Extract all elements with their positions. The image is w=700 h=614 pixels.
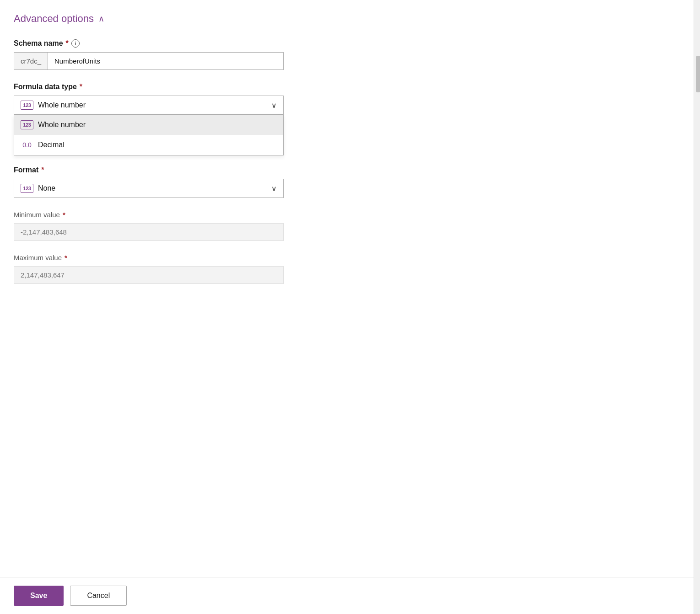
maximum-value-label: Maximum value * (14, 254, 682, 262)
schema-name-input[interactable] (48, 53, 283, 69)
schema-name-label: Schema name * i (14, 39, 682, 48)
advanced-options-title: Advanced options (14, 13, 94, 25)
format-dropdown[interactable]: 123 None ∨ (14, 179, 284, 198)
formula-data-type-section: Formula data type * 123 Whole number ∨ 1… (14, 83, 682, 115)
dropdown-item-whole-number[interactable]: 123 Whole number (14, 115, 283, 135)
format-icon: 123 (21, 184, 33, 193)
bottom-action-bar: Save Cancel (0, 577, 694, 614)
save-button[interactable]: Save (14, 586, 64, 606)
schema-name-input-wrapper: cr7dc_ (14, 52, 284, 70)
format-section: Format * 123 None ∨ (14, 166, 682, 198)
decimal-label: Decimal (38, 141, 65, 149)
schema-prefix: cr7dc_ (14, 53, 48, 69)
format-required: * (41, 166, 44, 174)
schema-name-required: * (66, 39, 69, 48)
scrollbar-track[interactable] (694, 0, 700, 614)
formula-data-type-value: Whole number (38, 101, 86, 109)
format-label: Format * (14, 166, 682, 174)
formula-data-type-menu: 123 Whole number 0.0 Decimal (14, 115, 284, 155)
scrollbar-thumb[interactable] (696, 56, 700, 92)
formula-data-type-chevron-icon: ∨ (271, 101, 277, 110)
formula-type-icon: 123 (21, 101, 33, 110)
minimum-value-input[interactable] (14, 223, 284, 241)
decimal-icon: 0.0 (21, 140, 33, 149)
formula-data-type-required: * (80, 83, 82, 91)
format-selected[interactable]: 123 None ∨ (14, 179, 284, 198)
formula-data-type-label: Formula data type * (14, 83, 682, 91)
minimum-value-section: Minimum value * (14, 211, 682, 241)
formula-data-type-dropdown[interactable]: 123 Whole number ∨ 123 Whole number 0.0 … (14, 96, 284, 115)
advanced-options-chevron-icon: ∧ (98, 15, 104, 23)
format-chevron-icon: ∨ (271, 184, 277, 193)
schema-name-info-icon[interactable]: i (71, 39, 80, 48)
schema-name-section: Schema name * i cr7dc_ (14, 39, 682, 70)
whole-number-icon: 123 (21, 120, 33, 129)
maximum-value-section: Maximum value * (14, 254, 682, 284)
maximum-value-input[interactable] (14, 266, 284, 284)
whole-number-label: Whole number (38, 121, 86, 129)
minimum-value-label: Minimum value * (14, 211, 682, 219)
advanced-options-section[interactable]: Advanced options ∧ (14, 13, 682, 25)
maximum-value-required: * (65, 254, 67, 262)
formula-data-type-selected[interactable]: 123 Whole number ∨ (14, 96, 284, 115)
format-value: None (38, 184, 55, 192)
cancel-button[interactable]: Cancel (70, 586, 127, 606)
minimum-value-required: * (63, 211, 65, 219)
dropdown-item-decimal[interactable]: 0.0 Decimal (14, 135, 283, 155)
